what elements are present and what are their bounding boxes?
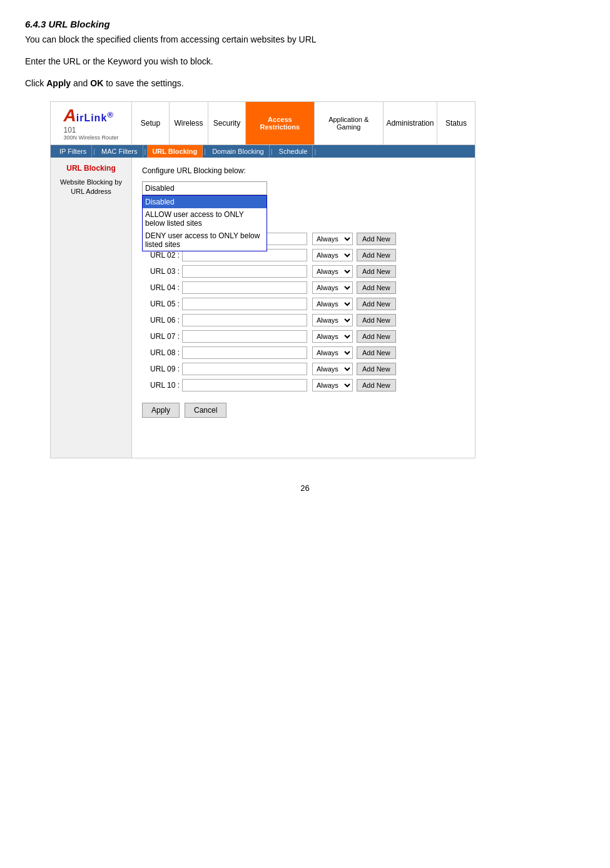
url-input-8[interactable]: [182, 346, 307, 359]
apply-text: Apply: [46, 78, 71, 88]
url-row-7: URL 07 : Always Add New: [142, 330, 465, 343]
subnav-ip-filters[interactable]: IP Filters: [54, 145, 92, 158]
tab-security[interactable]: Security: [208, 102, 246, 144]
main-content: URL Blocking Website Blocking by URL Add…: [51, 158, 475, 458]
subnav-sep3: |: [203, 148, 207, 155]
top-nav: A irLink® 101 300N Wireless Router Setup…: [51, 102, 475, 145]
schedule-wrapper-8: Always: [312, 346, 353, 359]
logo-airlink: irLink®: [76, 110, 114, 124]
url-label-5: URL 05 :: [142, 300, 180, 308]
schedule-select-10[interactable]: Always: [312, 379, 353, 391]
schedule-select-6[interactable]: Always: [312, 314, 353, 326]
schedule-wrapper-6: Always: [312, 314, 353, 326]
sidebar: URL Blocking Website Blocking by URL Add…: [51, 158, 132, 458]
dropdown-option-allow[interactable]: ALLOW user access to ONLY below listed s…: [143, 208, 267, 230]
schedule-wrapper-2: Always: [312, 249, 353, 261]
url-row-6: URL 06 : Always Add New: [142, 314, 465, 326]
add-new-btn-6[interactable]: Add New: [357, 314, 396, 326]
url-row-8: URL 08 : Always Add New: [142, 346, 465, 359]
add-new-btn-1[interactable]: Add New: [357, 233, 396, 245]
url-rows: URL 01 : Always Add New URL 02 : Always: [142, 233, 465, 391]
schedule-wrapper-10: Always: [312, 379, 353, 391]
add-new-btn-10[interactable]: Add New: [357, 379, 396, 391]
logo-101: 101: [63, 126, 118, 134]
subnav-sep4: |: [270, 148, 274, 155]
router-ui: A irLink® 101 300N Wireless Router Setup…: [50, 101, 475, 458]
subnav-sep2: |: [143, 148, 148, 155]
schedule-select-4[interactable]: Always: [312, 281, 353, 294]
url-row-4: URL 04 : Always Add New: [142, 281, 465, 294]
url-input-9[interactable]: [182, 363, 307, 375]
subnav-domain-blocking[interactable]: Domain Blocking: [207, 145, 270, 158]
apply-button[interactable]: Apply: [142, 403, 180, 418]
subnav-sep5: |: [313, 148, 317, 155]
bottom-buttons: Apply Cancel: [142, 403, 465, 418]
subnav-schedule[interactable]: Schedule: [274, 145, 313, 158]
url-row-10: URL 10 : Always Add New: [142, 379, 465, 391]
sidebar-title: URL Blocking: [56, 164, 126, 173]
tab-setup[interactable]: Setup: [132, 102, 170, 144]
schedule-select-2[interactable]: Always: [312, 249, 353, 261]
schedule-wrapper-7: Always: [312, 330, 353, 343]
schedule-select-8[interactable]: Always: [312, 346, 353, 359]
url-row-9: URL 09 : Always Add New: [142, 363, 465, 375]
url-input-6[interactable]: [182, 314, 307, 326]
schedule-wrapper-9: Always: [312, 363, 353, 375]
subnav-sep1: |: [92, 148, 96, 155]
url-input-10[interactable]: [182, 379, 307, 391]
add-new-btn-7[interactable]: Add New: [357, 330, 396, 343]
sub-nav-links: IP Filters | MAC Filters | URL Blocking …: [54, 145, 317, 158]
url-input-5[interactable]: [182, 298, 307, 310]
dropdown-container: Disabled Disabled ALLOW user access to O…: [142, 181, 267, 195]
dropdown-option-deny[interactable]: DENY user access to ONLY below listed si…: [143, 230, 267, 251]
subnav-url-blocking[interactable]: URL Blocking: [147, 145, 203, 158]
dropdown-selected[interactable]: Disabled: [142, 181, 267, 195]
add-new-btn-4[interactable]: Add New: [357, 281, 396, 294]
schedule-select-5[interactable]: Always: [312, 298, 353, 310]
schedule-select-1[interactable]: Always: [312, 233, 353, 245]
subnav-mac-filters[interactable]: MAC Filters: [96, 145, 143, 158]
content-area: Configure URL Blocking below: Disabled D…: [132, 158, 475, 458]
tab-wireless[interactable]: Wireless: [170, 102, 208, 144]
url-label-4: URL 04 :: [142, 283, 180, 292]
url-input-4[interactable]: [182, 281, 307, 294]
tab-administration[interactable]: Administration: [384, 102, 437, 144]
url-input-7[interactable]: [182, 330, 307, 343]
logo-area: A irLink® 101 300N Wireless Router: [51, 102, 132, 144]
page-number: 26: [25, 483, 585, 493]
url-input-3[interactable]: [182, 265, 307, 278]
schedule-select-9[interactable]: Always: [312, 363, 353, 375]
add-new-btn-3[interactable]: Add New: [357, 265, 396, 278]
cancel-button[interactable]: Cancel: [185, 403, 226, 418]
nav-tabs: Setup Wireless Security Access Restricti…: [132, 102, 475, 144]
url-row-5: URL 05 : Always Add New: [142, 298, 465, 310]
schedule-wrapper-4: Always: [312, 281, 353, 294]
url-label-3: URL 03 :: [142, 267, 180, 276]
tab-access-restrictions[interactable]: Access Restrictions: [246, 102, 315, 144]
tab-app-gaming[interactable]: Application & Gaming: [315, 102, 384, 144]
add-new-btn-5[interactable]: Add New: [357, 298, 396, 310]
dropdown-options: Disabled ALLOW user access to ONLY below…: [142, 195, 267, 251]
logo-4: A: [63, 106, 76, 126]
router-model: 300N Wireless Router: [63, 134, 118, 141]
schedule-wrapper-5: Always: [312, 298, 353, 310]
url-label-2: URL 02 :: [142, 251, 180, 260]
add-new-btn-2[interactable]: Add New: [357, 249, 396, 261]
url-label-8: URL 08 :: [142, 348, 180, 357]
add-new-btn-8[interactable]: Add New: [357, 346, 396, 359]
add-new-btn-9[interactable]: Add New: [357, 363, 396, 375]
sub-nav: IP Filters | MAC Filters | URL Blocking …: [51, 145, 475, 158]
doc-para1: You can block the specified clients from…: [25, 33, 585, 46]
doc-para2: Enter the URL or the Keyword you wish to…: [25, 55, 585, 68]
dropdown-option-disabled[interactable]: Disabled: [143, 196, 267, 208]
config-label: Configure URL Blocking below:: [142, 166, 465, 175]
tab-status[interactable]: Status: [437, 102, 475, 144]
sidebar-item-label: Website Blocking by URL Address: [56, 178, 126, 197]
schedule-wrapper-3: Always: [312, 265, 353, 278]
schedule-select-7[interactable]: Always: [312, 330, 353, 343]
schedule-select-3[interactable]: Always: [312, 265, 353, 278]
doc-para3: Click Apply and OK to save the settings.: [25, 77, 585, 90]
url-label-10: URL 10 :: [142, 381, 180, 390]
schedule-wrapper-1: Always: [312, 233, 353, 245]
ok-text: OK: [90, 78, 103, 88]
